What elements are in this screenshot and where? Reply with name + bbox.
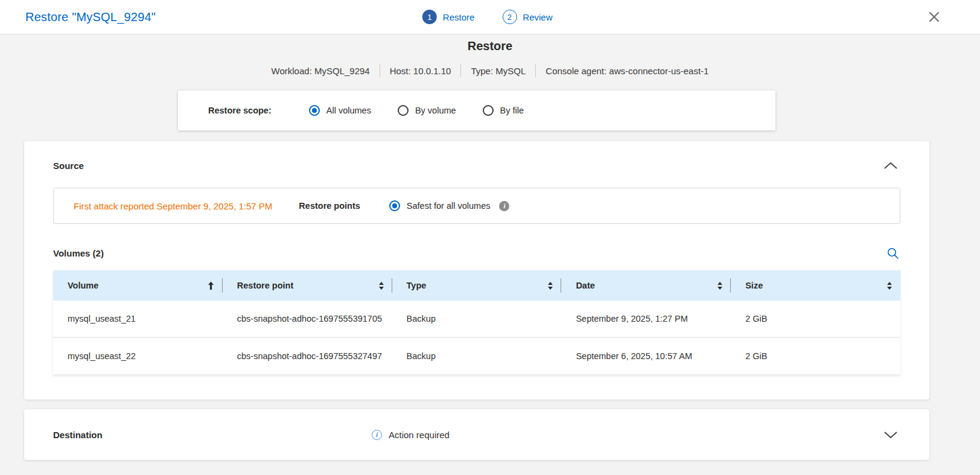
sort-icon[interactable]: [887, 282, 892, 290]
cell-volume: mysql_useast_21: [53, 301, 223, 337]
cell-restore-point: cbs-snapshot-adhoc-1697555391705: [223, 301, 392, 337]
restore-scope-label: Restore scope:: [208, 106, 272, 115]
column-header-restore-point[interactable]: Restore point: [223, 270, 392, 301]
cell-restore-point: cbs-snapshot-adhoc-1697555327497: [223, 338, 392, 374]
radio-by-file[interactable]: By file: [483, 105, 524, 116]
column-header-volume[interactable]: Volume: [53, 270, 223, 301]
meta-workload: Workload: MySQL_9294: [272, 66, 370, 76]
cell-volume: mysql_useast_22: [53, 338, 223, 374]
radio-unselected-icon: [483, 105, 494, 116]
page-title: Restore: [0, 34, 980, 53]
cell-date: September 9, 2025, 1:27 PM: [561, 301, 731, 337]
cell-type: Backup: [392, 338, 562, 374]
destination-status: i Action required: [372, 430, 450, 440]
chevron-down-icon[interactable]: [881, 429, 900, 441]
cell-date: September 6, 2025, 10:57 AM: [561, 338, 731, 374]
attack-notice: First attack reported September 9, 2025,…: [74, 201, 272, 211]
table-row[interactable]: mysql_useast_21 cbs-snapshot-adhoc-16975…: [53, 301, 900, 338]
step-review[interactable]: 2 Review: [502, 10, 552, 24]
table-row[interactable]: mysql_useast_22 cbs-snapshot-adhoc-16975…: [53, 338, 900, 375]
source-title: Source: [53, 161, 84, 171]
step-2-badge: 2: [502, 10, 517, 24]
meta-type: Type: MySQL: [471, 66, 526, 76]
sort-icon[interactable]: [718, 282, 722, 290]
info-icon: i: [372, 430, 382, 440]
restore-scope-options: All volumes By volume By file: [309, 105, 524, 116]
step-restore[interactable]: 1 Restore: [422, 10, 475, 24]
divider: [380, 64, 380, 77]
close-icon[interactable]: [926, 8, 943, 25]
radio-selected-icon: [389, 200, 400, 211]
wizard-stepper: 1 Restore 2 Review: [422, 10, 553, 24]
destination-title: Destination: [53, 430, 103, 440]
radio-unselected-icon: [398, 105, 409, 116]
dialog-header: Restore "MySQL_9294" 1 Restore 2 Review: [0, 0, 980, 34]
divider: [460, 64, 461, 77]
cell-size: 2 GiB: [731, 301, 900, 337]
column-header-size[interactable]: Size: [731, 270, 900, 301]
search-icon[interactable]: [885, 246, 900, 261]
restore-scope-card: Restore scope: All volumes By volume By …: [178, 91, 775, 130]
meta-console-agent: Console agent: aws-connector-us-east-1: [546, 66, 708, 76]
action-required-label: Action required: [389, 430, 450, 440]
source-section: Source First attack reported September 9…: [24, 141, 929, 400]
radio-selected-icon: [309, 105, 320, 116]
divider: [535, 64, 536, 77]
sort-icon[interactable]: [548, 282, 553, 290]
restore-points-label: Restore points: [299, 201, 360, 211]
radio-all-volumes[interactable]: All volumes: [309, 105, 371, 116]
meta-host: Host: 10.0.1.10: [390, 66, 451, 76]
step-1-label: Restore: [443, 12, 475, 22]
restore-points-bar: First attack reported September 9, 2025,…: [53, 188, 900, 224]
sort-icon[interactable]: [379, 282, 384, 290]
cell-size: 2 GiB: [731, 338, 900, 374]
column-header-date[interactable]: Date: [561, 270, 731, 301]
step-1-badge: 1: [422, 10, 437, 24]
table-header-row: Volume Restore point Type: [53, 270, 900, 301]
destination-section: Destination i Action required: [24, 409, 929, 460]
info-icon[interactable]: i: [499, 201, 509, 211]
volumes-table: Volume Restore point Type: [53, 270, 900, 375]
chevron-up-icon[interactable]: [881, 159, 900, 172]
dialog-title: Restore "MySQL_9294": [25, 10, 156, 24]
workload-meta-row: Workload: MySQL_9294 Host: 10.0.1.10 Typ…: [0, 64, 980, 77]
cell-type: Backup: [392, 301, 562, 337]
volumes-heading: Volumes (2): [53, 248, 104, 258]
radio-by-volume[interactable]: By volume: [398, 105, 456, 116]
radio-safest-for-all-volumes[interactable]: Safest for all volumes i: [389, 200, 510, 211]
step-2-label: Review: [523, 12, 552, 22]
sort-ascending-icon[interactable]: [208, 281, 214, 290]
column-header-type[interactable]: Type: [392, 270, 562, 301]
